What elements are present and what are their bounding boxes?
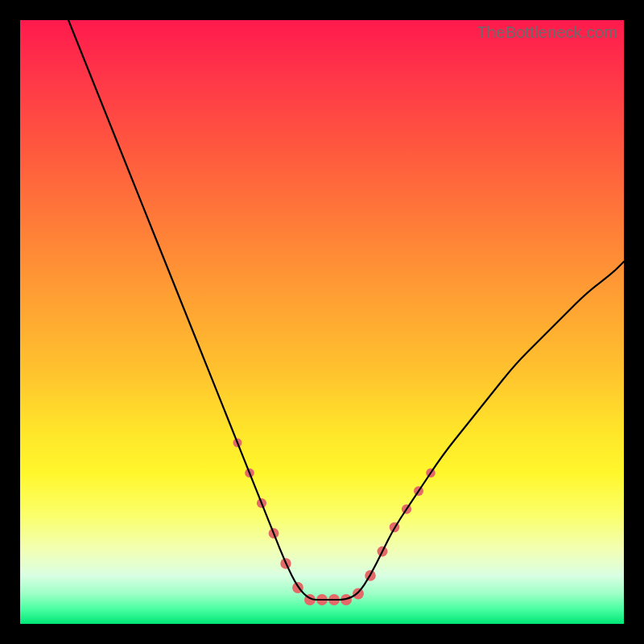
chart-svg <box>20 20 624 624</box>
watermark-text: TheBottleneck.com <box>477 23 617 42</box>
chart-frame: TheBottleneck.com <box>20 20 624 624</box>
highlight-dot <box>353 588 364 600</box>
marker-group <box>233 439 436 606</box>
bottleneck-curve <box>68 20 624 600</box>
